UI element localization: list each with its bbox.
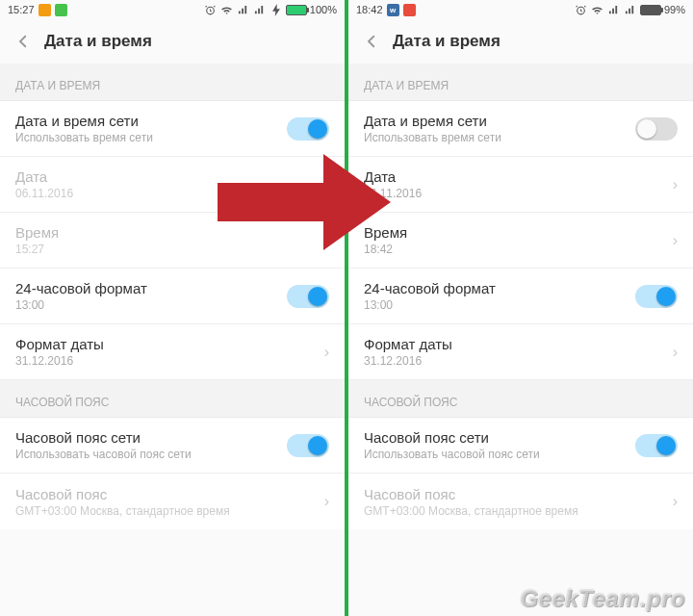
row-subtitle: 13:00: [364, 298, 496, 312]
row-date[interactable]: Дата 06.11.2016 ›: [348, 157, 693, 213]
row-subtitle: 31.12.2016: [364, 354, 452, 368]
header: Дата и время: [348, 19, 693, 64]
signal-icon: [253, 3, 267, 16]
row-date: Дата 06.11.2016 ›: [0, 157, 345, 213]
chevron-right-icon: ›: [324, 232, 329, 249]
row-24h-format[interactable]: 24-часовой формат 13:00: [348, 269, 693, 324]
row-timezone: Часовой пояс GMT+03:00 Москва, стандартн…: [348, 474, 693, 529]
alarm-icon: [204, 3, 218, 16]
battery-percent: 99%: [664, 4, 685, 15]
row-title: Часовой пояс сети: [364, 429, 540, 446]
row-network-datetime[interactable]: Дата и время сети Использовать время сет…: [0, 101, 345, 157]
row-subtitle: Использовать часовой пояс сети: [15, 448, 192, 461]
page-title: Дата и время: [44, 32, 152, 51]
status-bar: 15:27 100%: [0, 0, 345, 19]
signal-icon: [237, 3, 250, 16]
toggle-network-datetime[interactable]: [287, 117, 329, 141]
toggle-network-timezone[interactable]: [635, 434, 678, 457]
chevron-right-icon: ›: [324, 493, 329, 510]
chevron-right-icon: ›: [324, 344, 329, 361]
row-timezone: Часовой пояс GMT+03:00 Москва, стандартн…: [0, 474, 345, 529]
phone-left: 15:27 100% Дата и время ДАТА И ВРЕМЯ: [0, 0, 345, 616]
row-title: Дата: [15, 168, 73, 185]
row-time[interactable]: Время 18:42 ›: [348, 213, 693, 269]
row-title: Часовой пояс: [15, 486, 230, 502]
wifi-icon: [591, 3, 604, 16]
chevron-right-icon: ›: [673, 344, 678, 361]
row-title: Время: [364, 224, 407, 241]
alarm-icon: [575, 3, 588, 16]
row-network-timezone[interactable]: Часовой пояс сети Использовать часовой п…: [0, 418, 345, 474]
toggle-network-datetime[interactable]: [635, 117, 678, 141]
row-subtitle: 15:27: [15, 243, 59, 256]
notif-icon: [55, 4, 67, 16]
status-time: 15:27: [8, 4, 35, 15]
battery-percent: 100%: [310, 4, 337, 15]
row-title: Дата и время сети: [15, 113, 153, 129]
row-subtitle: Использовать время сети: [364, 131, 501, 144]
row-subtitle: 18:42: [364, 243, 407, 256]
back-button[interactable]: [360, 30, 383, 53]
charging-icon: [270, 3, 283, 16]
page-title: Дата и время: [393, 32, 500, 51]
row-subtitle: GMT+03:00 Москва, стандартное время: [364, 504, 578, 518]
phone-right: 18:42 w 99% Дата и время ДАТА И ВРЕМЯ: [348, 0, 693, 616]
notif-icon: [403, 4, 416, 16]
status-time: 18:42: [356, 4, 383, 15]
chevron-right-icon: ›: [673, 232, 678, 249]
signal-icon: [624, 3, 637, 16]
signal-icon: [607, 3, 621, 16]
row-title: Дата: [364, 168, 422, 185]
row-title: Часовой пояс сети: [15, 429, 192, 446]
row-title: Формат даты: [15, 336, 104, 352]
chevron-right-icon: ›: [324, 176, 329, 193]
notif-icon: w: [387, 4, 399, 16]
row-network-timezone[interactable]: Часовой пояс сети Использовать часовой п…: [348, 418, 693, 474]
notif-icon: [38, 4, 51, 16]
section-header: ДАТА И ВРЕМЯ: [0, 64, 345, 101]
toggle-24h[interactable]: [287, 285, 329, 308]
wifi-icon: [220, 3, 234, 16]
row-title: 24-часовой формат: [364, 280, 496, 296]
toggle-network-timezone[interactable]: [287, 434, 329, 457]
row-title: Формат даты: [364, 336, 452, 352]
row-title: Время: [15, 224, 59, 241]
status-bar: 18:42 w 99%: [348, 0, 693, 19]
row-subtitle: Использовать часовой пояс сети: [364, 448, 540, 461]
back-button[interactable]: [12, 30, 35, 53]
row-subtitle: Использовать время сети: [15, 131, 153, 144]
section-header: ЧАСОВОЙ ПОЯС: [0, 380, 345, 418]
section-header: ЧАСОВОЙ ПОЯС: [348, 380, 693, 418]
row-network-datetime[interactable]: Дата и время сети Использовать время сет…: [348, 101, 693, 157]
header: Дата и время: [0, 19, 345, 64]
section-header: ДАТА И ВРЕМЯ: [348, 64, 693, 101]
chevron-right-icon: ›: [673, 176, 678, 193]
row-title: Часовой пояс: [364, 486, 578, 502]
row-title: 24-часовой формат: [15, 280, 147, 296]
row-subtitle: 31.12.2016: [15, 354, 104, 368]
toggle-24h[interactable]: [635, 285, 678, 308]
row-24h-format[interactable]: 24-часовой формат 13:00: [0, 269, 345, 324]
row-subtitle: 06.11.2016: [15, 187, 73, 200]
battery-icon: [640, 5, 661, 15]
row-date-format[interactable]: Формат даты 31.12.2016 ›: [0, 324, 345, 380]
row-date-format[interactable]: Формат даты 31.12.2016 ›: [348, 324, 693, 380]
row-subtitle: 06.11.2016: [364, 187, 422, 200]
row-subtitle: 13:00: [15, 298, 147, 312]
row-title: Дата и время сети: [364, 113, 501, 129]
row-time: Время 15:27 ›: [0, 213, 345, 269]
battery-icon: [286, 5, 307, 15]
row-subtitle: GMT+03:00 Москва, стандартное время: [15, 504, 230, 518]
chevron-right-icon: ›: [673, 493, 678, 510]
